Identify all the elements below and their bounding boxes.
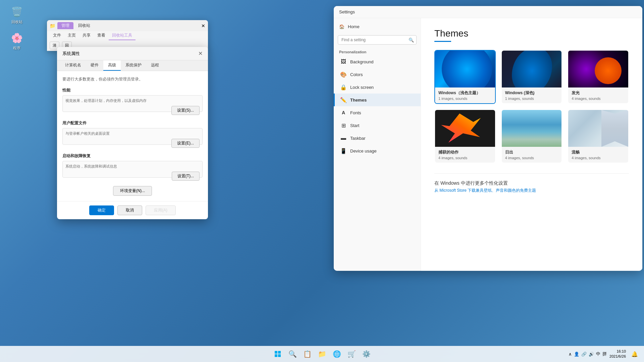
sys-cancel-btn[interactable]: 取消 [117, 205, 142, 215]
theme-thumb-flow [568, 110, 628, 147]
program-label: 程序 [13, 46, 20, 51]
sys-section-startup-title: 启动和故障恢复 [62, 153, 203, 159]
sys-section-perf-desc: 视觉效果，处理器计划，内存使用，以及虚拟内存 [65, 98, 200, 103]
home-icon: 🏠 [339, 24, 344, 29]
theme-card-windows-dark[interactable]: Windows (深色) 1 images, sounds [501, 50, 562, 104]
taskbar-start-button[interactable] [271, 347, 284, 361]
start-icon: ⊞ [340, 122, 347, 129]
settings-search-container: 🔍 [338, 35, 417, 45]
taskbar-store-button[interactable]: 🛒 [345, 347, 358, 361]
theme-card-glow[interactable]: 发光 4 images, sounds [568, 50, 629, 104]
sys-startup-settings-btn[interactable]: 设置(T)... [172, 172, 200, 181]
desktop: 🗑️ 回收站 🌸 程序 📁 管理 回收站 ✕ 文件 主页 共享 查看 回收站工具 [0, 0, 644, 362]
theme-card-captured-motion[interactable]: 捕获的动作 4 images, sounds [434, 109, 496, 163]
theme-meta-captured-motion: 4 images, sounds [438, 156, 492, 160]
svg-rect-3 [278, 354, 281, 357]
sys-tab-computer-name[interactable]: 计算机名 [60, 60, 86, 71]
sys-section-startup-inner: 系统启动，系统故障和调试信息 设置(T)... [62, 161, 203, 178]
taskbar-ime-icon[interactable]: 拼 [602, 351, 607, 357]
sys-env-vars-btn[interactable]: 环境变量(N)... [113, 186, 152, 196]
taskbar-sys-tray: ∧ 👤 🔗 🔊 中 拼 [569, 351, 607, 357]
theme-card-windows-light[interactable]: Windows（浅色主题） 1 images, sounds [434, 50, 496, 104]
settings-body: 🏠 Home 🔍 Personalization 🖼 Background 🎨 … [334, 18, 642, 271]
settings-title-text: Settings [339, 9, 355, 14]
fe-window-icon: 📁 [50, 23, 55, 28]
settings-promo-section: 在 Windows 中进行更多个性化设置 从 Microsoft Store 下… [434, 173, 629, 193]
themes-icon: ✏️ [340, 97, 347, 103]
theme-meta-flow: 4 images, sounds [572, 156, 625, 160]
taskbar-task-view-button[interactable]: 📋 [301, 347, 314, 361]
fe-ribbon-tab-view[interactable]: 查看 [94, 31, 109, 40]
sidebar-label-start: Start [350, 123, 359, 128]
sidebar-item-taskbar[interactable]: ▬ Taskbar [334, 132, 421, 144]
fe-ribbon-tab-recycle-tools[interactable]: 回收站工具 [109, 31, 136, 40]
sidebar-item-start[interactable]: ⊞ Start [334, 119, 421, 132]
sidebar-label-colors: Colors [350, 72, 363, 77]
theme-name-windows-dark: Windows (深色) [505, 90, 558, 96]
recycle-bin-label: 回收站 [11, 19, 22, 24]
sidebar-item-fonts[interactable]: A Fonts [334, 106, 421, 119]
fe-tab-recycle[interactable]: 回收站 [74, 22, 94, 29]
sidebar-item-background[interactable]: 🖼 Background [334, 55, 421, 68]
taskbar-clock[interactable]: 16:10 2021/6/26 [609, 349, 626, 359]
theme-name-windows-light: Windows（浅色主题） [438, 90, 492, 96]
sys-apply-btn[interactable]: 应用(A) [146, 205, 176, 215]
sidebar-item-device-usage[interactable]: 📱 Device usage [334, 144, 421, 157]
sidebar-label-device-usage: Device usage [350, 148, 377, 154]
search-icon: 🔍 [409, 38, 414, 43]
sidebar-item-colors[interactable]: 🎨 Colors [334, 68, 421, 81]
sys-tab-hardware[interactable]: 硬件 [86, 60, 103, 71]
sys-props-close-button[interactable]: ✕ [198, 50, 203, 57]
sys-props-tabs: 计算机名 硬件 高级 系统保护 远程 [57, 60, 208, 71]
svg-rect-2 [275, 354, 277, 357]
taskbar-volume-icon[interactable]: 🔊 [589, 352, 594, 357]
sidebar-label-background: Background [350, 59, 373, 64]
svg-rect-0 [275, 351, 277, 354]
sys-tab-advanced[interactable]: 高级 [103, 60, 121, 71]
theme-thumb-glow [568, 51, 628, 87]
theme-info-captured-motion: 捕获的动作 4 images, sounds [435, 147, 495, 163]
sys-props-warning: 要进行大多数更改，你必须作为管理员登录。 [62, 76, 203, 82]
taskbar-search-button[interactable]: 🔍 [286, 347, 299, 361]
theme-info-sunrise: 日出 4 images, sounds [502, 147, 562, 163]
sys-section-perf-title: 性能 [62, 87, 203, 93]
taskbar-edge-button[interactable]: 🌐 [330, 347, 343, 361]
taskbar: 🔍 📋 📁 🌐 🛒 ⚙️ ∧ 👤 🔗 🔊 中 拼 16:10 2021/6/26… [0, 346, 644, 362]
sys-tab-remote[interactable]: 远程 [146, 60, 164, 71]
fe-ribbon-tab-file[interactable]: 文件 [50, 31, 64, 40]
sys-profile-settings-btn[interactable]: 设置(E)... [171, 139, 200, 148]
taskbar-chevron-icon[interactable]: ∧ [569, 352, 572, 357]
settings-home-label: Home [348, 24, 360, 29]
recycle-bin-icon[interactable]: 🗑️ 回收站 [3, 3, 30, 26]
theme-thumb-windows-dark [502, 51, 562, 87]
sidebar-label-fonts: Fonts [350, 110, 361, 115]
sys-ok-btn[interactable]: 确定 [89, 205, 114, 215]
theme-card-sunrise[interactable]: 日出 4 images, sounds [501, 109, 562, 163]
fe-close-button[interactable]: ✕ [201, 23, 205, 28]
theme-name-flow: 流畅 [572, 149, 625, 155]
theme-name-sunrise: 日出 [505, 149, 558, 155]
fe-tab-manage[interactable]: 管理 [57, 22, 73, 29]
program-icon[interactable]: 🌸 程序 [3, 29, 30, 52]
settings-titlebar: Settings [334, 6, 642, 18]
sys-section-performance: 性能 视觉效果，处理器计划，内存使用，以及虚拟内存 设置(S)... [62, 87, 203, 115]
sys-tab-protection[interactable]: 系统保护 [121, 60, 146, 71]
fe-ribbon-tab-share[interactable]: 共享 [79, 31, 94, 40]
sidebar-item-lock-screen[interactable]: 🔒 Lock screen [334, 81, 421, 94]
taskbar-lang-icon[interactable]: 中 [596, 351, 600, 357]
theme-info-glow: 发光 4 images, sounds [568, 87, 628, 103]
sys-section-startup-desc: 系统启动，系统故障和调试信息 [65, 164, 200, 169]
sidebar-item-themes[interactable]: ✏️ Themes [334, 94, 421, 106]
settings-home-btn[interactable]: 🏠 Home [334, 21, 421, 33]
fe-ribbon-tab-home[interactable]: 主页 [64, 31, 79, 40]
taskbar-file-explorer-button[interactable]: 📁 [315, 347, 329, 361]
taskbar-network-icon[interactable]: 🔗 [581, 352, 587, 357]
theme-thumb-sunrise [502, 110, 562, 147]
sys-perf-settings-btn[interactable]: 设置(S)... [171, 106, 200, 115]
settings-search-input[interactable] [338, 35, 417, 45]
sidebar-label-themes: Themes [350, 98, 367, 103]
theme-card-flow[interactable]: 流畅 4 images, sounds [568, 109, 629, 163]
sys-section-profile-desc: 与登录帐户相关的桌面设置 [65, 131, 200, 136]
taskbar-settings-button[interactable]: ⚙️ [360, 347, 373, 361]
taskbar-notification-btn[interactable]: 🔔 [629, 348, 641, 360]
